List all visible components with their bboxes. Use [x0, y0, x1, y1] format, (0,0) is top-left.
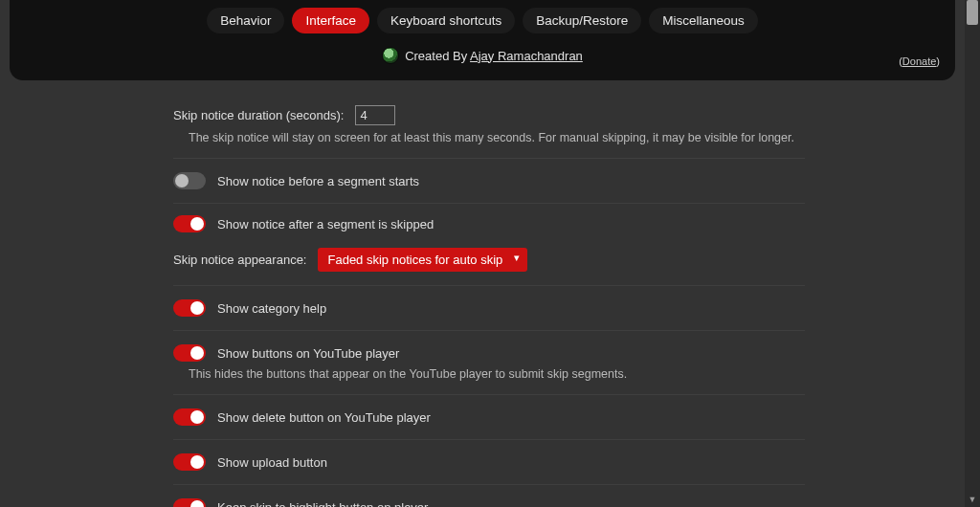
author-link[interactable]: Ajay Ramachandran	[470, 49, 583, 63]
vertical-scrollbar[interactable]: ▼	[965, 0, 980, 507]
credit-row: Created By Ajay Ramachandran	[10, 47, 955, 64]
upload-button-label: Show upload button	[217, 455, 327, 470]
player-buttons-desc: This hides the buttons that appear on th…	[189, 367, 805, 381]
toggle-notice-after[interactable]	[173, 215, 206, 232]
setting-skip-notice-appearance: Skip notice appearance: Faded skip notic…	[173, 238, 805, 286]
author-avatar-icon	[382, 47, 399, 64]
tab-backup-restore[interactable]: Backup/Restore	[523, 8, 641, 33]
skip-notice-appearance-label: Skip notice appearance:	[173, 253, 306, 267]
skip-notice-duration-input[interactable]	[355, 105, 395, 125]
donate-container: (Donate)	[899, 55, 940, 67]
highlight-button-label: Keep skip to highlight button on player	[217, 500, 428, 508]
setting-delete-button: Show delete button on YouTube player	[173, 395, 805, 440]
player-buttons-label: Show buttons on YouTube player	[217, 346, 399, 361]
scrollbar-thumb[interactable]	[967, 0, 978, 25]
skip-notice-duration-desc: The skip notice will stay on screen for …	[189, 131, 805, 144]
tab-miscellaneous[interactable]: Miscellaneous	[649, 8, 758, 33]
toggle-highlight-button[interactable]	[173, 498, 206, 507]
setting-player-buttons: Show buttons on YouTube player This hide…	[173, 331, 805, 395]
skip-notice-duration-label: Skip notice duration (seconds):	[173, 108, 344, 122]
notice-before-label: Show notice before a segment starts	[217, 174, 419, 188]
setting-notice-after: Show notice after a segment is skipped	[173, 204, 805, 238]
scrollbar-down-arrow-icon[interactable]: ▼	[965, 492, 980, 507]
tab-keyboard-shortcuts[interactable]: Keyboard shortcuts	[377, 8, 515, 33]
setting-category-help: Show category help	[173, 286, 805, 331]
tab-interface[interactable]: Interface	[292, 8, 369, 33]
toggle-delete-button[interactable]	[173, 408, 206, 426]
delete-button-label: Show delete button on YouTube player	[217, 410, 431, 425]
setting-upload-button: Show upload button	[173, 440, 805, 485]
setting-notice-before: Show notice before a segment starts	[173, 159, 805, 204]
setting-highlight-button: Keep skip to highlight button on player	[173, 485, 805, 507]
settings-content: Skip notice duration (seconds): The skip…	[173, 96, 805, 507]
credit-prefix: Created By	[405, 49, 470, 63]
toggle-player-buttons[interactable]	[173, 344, 206, 362]
toggle-notice-before[interactable]	[173, 172, 206, 189]
toggle-category-help[interactable]	[173, 299, 206, 317]
setting-skip-notice-duration: Skip notice duration (seconds): The skip…	[173, 96, 805, 159]
notice-after-label: Show notice after a segment is skipped	[217, 217, 434, 231]
settings-tabs: Behavior Interface Keyboard shortcuts Ba…	[10, 0, 955, 33]
category-help-label: Show category help	[217, 301, 326, 316]
skip-notice-appearance-select[interactable]: Faded skip notices for auto skip	[318, 248, 527, 272]
tab-behavior[interactable]: Behavior	[207, 8, 284, 33]
toggle-upload-button[interactable]	[173, 453, 206, 471]
donate-link[interactable]: Donate	[902, 55, 936, 67]
settings-header-panel: Behavior Interface Keyboard shortcuts Ba…	[10, 0, 955, 80]
